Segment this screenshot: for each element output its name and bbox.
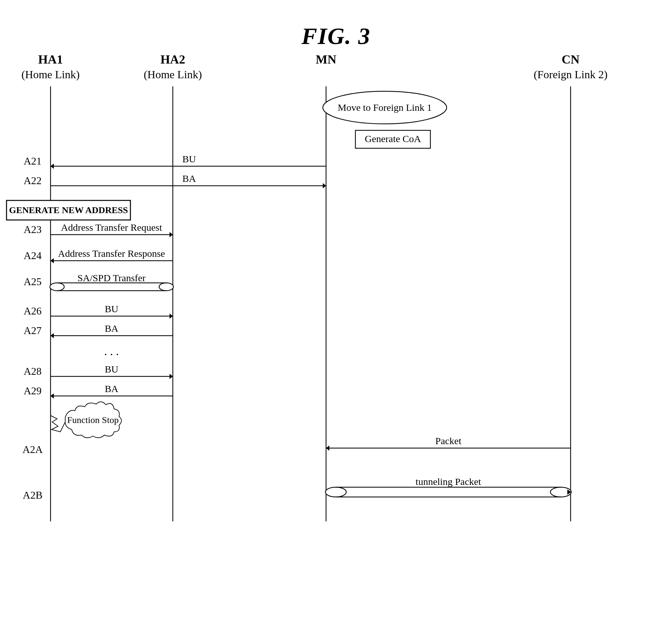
arrow-tunneling-label: tunneling Packet: [416, 476, 481, 487]
step-a26: A26: [23, 305, 42, 317]
arrow-a28-label: BU: [105, 364, 118, 374]
arrow-a24-head: [51, 258, 54, 263]
col-ha2-sublabel: (Home Link): [144, 69, 202, 81]
arrow-a26-head: [170, 314, 173, 319]
step-a29: A29: [23, 385, 42, 397]
col-ha1-sublabel: (Home Link): [22, 69, 79, 81]
step-a23: A23: [23, 224, 42, 235]
arrow-packet-head: [326, 446, 329, 451]
function-stop-text: Function Stop: [67, 415, 119, 425]
diagram-container: FIG. 3 HA1 (Home Link) HA2 (Home Link) M…: [0, 0, 672, 627]
step-a27: A27: [23, 325, 42, 336]
arrow-a27-head: [51, 333, 54, 338]
arrow-a25-label: SA/SPD Transfer: [77, 272, 145, 283]
arrow-a27-label: BA: [105, 323, 118, 334]
col-ha1-label: HA1: [38, 52, 63, 66]
arrow-a23-head: [170, 232, 173, 237]
sequence-diagram: HA1 (Home Link) HA2 (Home Link) MN CN (F…: [0, 0, 672, 627]
tube-a25-right: [159, 283, 173, 291]
col-ha2-label: HA2: [161, 52, 185, 66]
tube-tunnel-left: [326, 487, 346, 497]
col-mn-label: MN: [316, 52, 336, 66]
arrow-a21-head: [51, 164, 54, 169]
step-a2b: A2B: [23, 489, 42, 501]
col-cn-label: CN: [562, 52, 580, 66]
arrow-a29-label: BA: [105, 383, 118, 394]
arrow-a24-label: Address Transfer Response: [58, 248, 165, 259]
step-a24: A24: [23, 250, 42, 261]
arrow-a22-head: [323, 183, 326, 189]
generate-coa-text: Generate CoA: [365, 133, 421, 144]
step-a25: A25: [23, 276, 42, 287]
arrow-a23-label: Address Transfer Request: [61, 222, 162, 233]
step-a2a: A2A: [23, 444, 43, 455]
generate-new-address-text: GENERATE NEW ADDRESS: [9, 205, 128, 215]
function-stop-burst: [51, 416, 65, 432]
tube-a25-left: [50, 283, 64, 291]
arrow-packet-label: Packet: [435, 435, 462, 446]
figure-title-div: FIG. 3: [0, 10, 672, 50]
arrow-a29-head: [51, 393, 54, 399]
arrow-a22-label: BA: [182, 173, 196, 184]
step-a21: A21: [23, 155, 42, 167]
arrow-a26-label: BU: [105, 303, 118, 314]
arrow-a21-label: BU: [182, 153, 196, 164]
step-a28: A28: [23, 365, 42, 377]
col-cn-sublabel: (Foreign Link 2): [534, 69, 608, 81]
step-a22: A22: [23, 175, 42, 186]
move-foreign-link-text: Move to Foreign Link 1: [338, 102, 432, 113]
arrow-a28-head: [170, 374, 173, 379]
dots: · · ·: [104, 348, 119, 361]
